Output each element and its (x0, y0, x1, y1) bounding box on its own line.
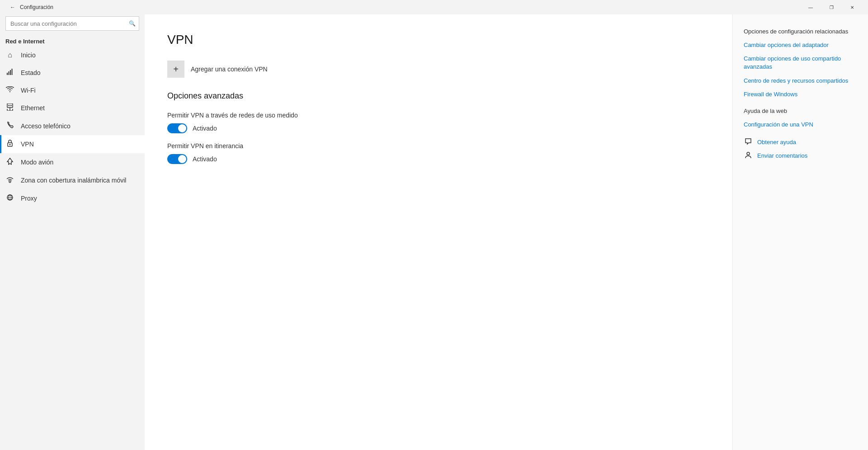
help-item-enviar-comentarios[interactable]: Enviar comentarios (744, 151, 857, 160)
related-settings-title: Opciones de configuración relacionadas (744, 28, 857, 35)
home-icon: ⌂ (5, 51, 14, 59)
status-icon (5, 68, 14, 77)
wifi-icon (5, 86, 14, 94)
chat-icon (744, 138, 753, 147)
sidebar-item-inicio[interactable]: ⌂ Inicio (0, 47, 145, 64)
sidebar: 🔍 Red e Internet ⌂ Inicio Estado (0, 14, 145, 450)
right-panel: Opciones de configuración relacionadas C… (732, 14, 868, 450)
sidebar-item-label: Inicio (21, 52, 36, 59)
vpn-icon (5, 140, 14, 149)
add-vpn-button[interactable]: + Agregar una conexión VPN (167, 61, 710, 78)
sidebar-item-zona-cobertura[interactable]: Zona con cobertura inalámbrica móvil (0, 171, 145, 189)
sidebar-item-label: Wi-Fi (21, 87, 36, 94)
phone-icon (5, 122, 14, 131)
sidebar-item-label: Estado (21, 69, 41, 76)
link-centro-redes[interactable]: Centro de redes y recursos compartidos (744, 77, 857, 85)
titlebar-title: Configuración (20, 4, 800, 10)
toggle1-label: Permitir VPN a través de redes de uso me… (167, 112, 710, 119)
link-firewall[interactable]: Firewall de Windows (744, 90, 857, 98)
sidebar-item-proxy[interactable]: Proxy (0, 189, 145, 207)
toggle2-label: Permitir VPN en itinerancia (167, 142, 710, 150)
sidebar-item-label: Proxy (21, 195, 37, 202)
app-container: 🔍 Red e Internet ⌂ Inicio Estado (0, 14, 868, 450)
help-item-obtener-ayuda[interactable]: Obtener ayuda (744, 138, 857, 147)
section-label: Red e Internet (0, 34, 145, 47)
hotspot-icon (5, 176, 14, 185)
sidebar-item-acceso-telefonico[interactable]: Acceso telefónico (0, 117, 145, 135)
sidebar-item-ethernet[interactable]: Ethernet (0, 99, 145, 117)
link-uso-compartido[interactable]: Cambiar opciones de uso compartido avanz… (744, 55, 857, 71)
sidebar-item-label: Zona con cobertura inalámbrica móvil (21, 177, 126, 184)
main-content: VPN + Agregar una conexión VPN Opciones … (145, 14, 732, 450)
add-icon: + (167, 61, 184, 78)
close-button[interactable]: ✕ (842, 0, 863, 14)
svg-rect-1 (9, 71, 9, 75)
search-box[interactable]: 🔍 (5, 16, 139, 31)
link-obtener-ayuda[interactable]: Obtener ayuda (757, 138, 796, 146)
link-configuracion-vpn[interactable]: Configuración de una VPN (744, 121, 857, 129)
toggle1-wrap: Activado (167, 123, 710, 133)
airplane-icon (5, 158, 14, 167)
toggle1-state: Activado (193, 125, 217, 132)
ethernet-icon (5, 103, 14, 112)
svg-rect-0 (7, 73, 8, 75)
page-title: VPN (167, 33, 710, 47)
svg-point-20 (747, 152, 750, 155)
person-icon (744, 151, 753, 160)
add-vpn-label: Agregar una conexión VPN (191, 66, 268, 73)
sidebar-item-estado[interactable]: Estado (0, 64, 145, 82)
svg-point-13 (9, 144, 11, 145)
sidebar-item-wifi[interactable]: Wi-Fi (0, 82, 145, 99)
toggle-row-2: Permitir VPN en itinerancia Activado (167, 142, 710, 164)
svg-rect-2 (10, 70, 11, 75)
toggle1-switch[interactable] (167, 123, 187, 133)
svg-point-14 (9, 181, 11, 183)
search-input[interactable] (5, 16, 139, 31)
sidebar-item-vpn[interactable]: VPN (0, 135, 145, 153)
sidebar-item-label: Modo avión (21, 159, 53, 166)
titlebar: ← Configuración — ❐ ✕ (0, 0, 868, 14)
toggle2-wrap: Activado (167, 154, 710, 164)
advanced-title: Opciones avanzadas (167, 91, 710, 101)
link-cambiar-adaptador[interactable]: Cambiar opciones del adaptador (744, 41, 857, 49)
maximize-button[interactable]: ❐ (821, 0, 842, 14)
sidebar-item-label: Ethernet (21, 104, 45, 112)
sidebar-item-label: VPN (21, 141, 34, 148)
svg-rect-3 (12, 69, 13, 75)
window-controls: — ❐ ✕ (800, 0, 863, 14)
sidebar-item-modo-avion[interactable]: Modo avión (0, 153, 145, 171)
link-enviar-comentarios[interactable]: Enviar comentarios (757, 152, 807, 160)
sidebar-item-label: Acceso telefónico (21, 122, 71, 130)
toggle2-switch[interactable] (167, 154, 187, 164)
search-icon: 🔍 (129, 20, 136, 27)
toggle-row-1: Permitir VPN a través de redes de uso me… (167, 112, 710, 133)
proxy-icon (5, 194, 14, 203)
back-button[interactable]: ← (5, 0, 20, 14)
help-title: Ayuda de la web (744, 108, 857, 114)
minimize-button[interactable]: — (800, 0, 821, 14)
toggle2-state: Activado (193, 155, 217, 163)
